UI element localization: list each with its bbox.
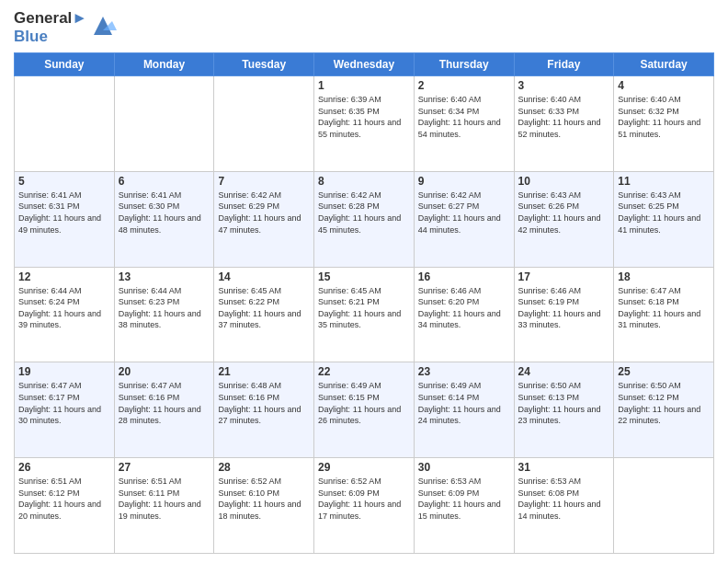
day-header-tuesday: Tuesday	[214, 53, 314, 76]
day-cell: 20Sunrise: 6:47 AMSunset: 6:16 PMDayligh…	[114, 362, 214, 458]
day-number: 9	[418, 175, 510, 188]
day-header-friday: Friday	[514, 53, 614, 76]
day-cell: 27Sunrise: 6:51 AMSunset: 6:11 PMDayligh…	[114, 458, 214, 554]
day-info: Sunrise: 6:43 AMSunset: 6:26 PMDaylight:…	[518, 190, 610, 236]
day-info: Sunrise: 6:40 AMSunset: 6:32 PMDaylight:…	[618, 94, 710, 140]
day-number: 6	[119, 175, 210, 188]
day-number: 10	[518, 175, 610, 188]
day-cell: 24Sunrise: 6:50 AMSunset: 6:13 PMDayligh…	[514, 362, 614, 458]
day-cell: 22Sunrise: 6:49 AMSunset: 6:15 PMDayligh…	[314, 362, 415, 458]
day-cell: 30Sunrise: 6:53 AMSunset: 6:09 PMDayligh…	[414, 458, 514, 554]
day-number: 5	[18, 175, 110, 188]
day-number: 26	[18, 461, 110, 474]
day-number: 7	[218, 175, 310, 188]
day-number: 14	[218, 270, 310, 283]
day-cell: 5Sunrise: 6:41 AMSunset: 6:31 PMDaylight…	[15, 171, 115, 267]
day-info: Sunrise: 6:49 AMSunset: 6:15 PMDaylight:…	[318, 380, 410, 426]
page: General► Blue SundayMondayTuesdayWednesd…	[0, 0, 728, 563]
day-number: 25	[618, 365, 710, 378]
day-info: Sunrise: 6:42 AMSunset: 6:27 PMDaylight:…	[418, 190, 510, 236]
day-cell: 6Sunrise: 6:41 AMSunset: 6:30 PMDaylight…	[114, 171, 214, 267]
day-number: 11	[618, 175, 710, 188]
week-row-3: 12Sunrise: 6:44 AMSunset: 6:24 PMDayligh…	[15, 267, 714, 362]
day-info: Sunrise: 6:40 AMSunset: 6:33 PMDaylight:…	[518, 94, 610, 140]
day-cell: 29Sunrise: 6:52 AMSunset: 6:09 PMDayligh…	[314, 458, 415, 554]
day-number: 18	[618, 270, 710, 283]
day-info: Sunrise: 6:49 AMSunset: 6:14 PMDaylight:…	[418, 380, 510, 426]
day-number: 27	[119, 461, 210, 474]
day-cell: 3Sunrise: 6:40 AMSunset: 6:33 PMDaylight…	[514, 76, 614, 172]
day-cell: 4Sunrise: 6:40 AMSunset: 6:32 PMDaylight…	[614, 76, 714, 172]
day-cell: 26Sunrise: 6:51 AMSunset: 6:12 PMDayligh…	[15, 458, 115, 554]
day-number: 1	[318, 79, 410, 92]
day-cell: 11Sunrise: 6:43 AMSunset: 6:25 PMDayligh…	[614, 171, 714, 267]
day-info: Sunrise: 6:47 AMSunset: 6:17 PMDaylight:…	[18, 380, 110, 426]
day-info: Sunrise: 6:46 AMSunset: 6:19 PMDaylight:…	[518, 285, 610, 331]
day-info: Sunrise: 6:42 AMSunset: 6:29 PMDaylight:…	[218, 190, 310, 236]
day-header-wednesday: Wednesday	[314, 53, 415, 76]
day-cell: 14Sunrise: 6:45 AMSunset: 6:22 PMDayligh…	[214, 267, 314, 362]
day-cell: 25Sunrise: 6:50 AMSunset: 6:12 PMDayligh…	[614, 362, 714, 458]
day-info: Sunrise: 6:47 AMSunset: 6:18 PMDaylight:…	[618, 285, 710, 331]
header-row: SundayMondayTuesdayWednesdayThursdayFrid…	[15, 53, 714, 76]
day-number: 13	[119, 270, 210, 283]
day-cell: 16Sunrise: 6:46 AMSunset: 6:20 PMDayligh…	[414, 267, 514, 362]
day-cell: 18Sunrise: 6:47 AMSunset: 6:18 PMDayligh…	[614, 267, 714, 362]
day-info: Sunrise: 6:48 AMSunset: 6:16 PMDaylight:…	[218, 380, 310, 426]
day-cell: 12Sunrise: 6:44 AMSunset: 6:24 PMDayligh…	[15, 267, 115, 362]
day-info: Sunrise: 6:45 AMSunset: 6:22 PMDaylight:…	[218, 285, 310, 331]
day-cell: 17Sunrise: 6:46 AMSunset: 6:19 PMDayligh…	[514, 267, 614, 362]
day-header-thursday: Thursday	[414, 53, 514, 76]
logo-blue: Blue	[14, 28, 87, 46]
week-row-2: 5Sunrise: 6:41 AMSunset: 6:31 PMDaylight…	[15, 171, 714, 267]
day-info: Sunrise: 6:40 AMSunset: 6:34 PMDaylight:…	[418, 94, 510, 140]
day-cell: 28Sunrise: 6:52 AMSunset: 6:10 PMDayligh…	[214, 458, 314, 554]
day-number: 22	[318, 365, 410, 378]
day-info: Sunrise: 6:44 AMSunset: 6:24 PMDaylight:…	[18, 285, 110, 331]
day-cell	[614, 458, 714, 554]
day-info: Sunrise: 6:53 AMSunset: 6:08 PMDaylight:…	[518, 476, 610, 522]
day-number: 15	[318, 270, 410, 283]
day-info: Sunrise: 6:44 AMSunset: 6:23 PMDaylight:…	[119, 285, 210, 331]
week-row-5: 26Sunrise: 6:51 AMSunset: 6:12 PMDayligh…	[15, 458, 714, 554]
day-header-saturday: Saturday	[614, 53, 714, 76]
day-info: Sunrise: 6:46 AMSunset: 6:20 PMDaylight:…	[418, 285, 510, 331]
day-info: Sunrise: 6:53 AMSunset: 6:09 PMDaylight:…	[418, 476, 510, 522]
day-info: Sunrise: 6:39 AMSunset: 6:35 PMDaylight:…	[318, 94, 410, 140]
day-header-monday: Monday	[114, 53, 214, 76]
day-cell: 7Sunrise: 6:42 AMSunset: 6:29 PMDaylight…	[214, 171, 314, 267]
day-cell: 13Sunrise: 6:44 AMSunset: 6:23 PMDayligh…	[114, 267, 214, 362]
day-header-sunday: Sunday	[15, 53, 115, 76]
day-info: Sunrise: 6:51 AMSunset: 6:11 PMDaylight:…	[119, 476, 210, 522]
header: General► Blue	[14, 9, 714, 45]
day-number: 4	[618, 79, 710, 92]
day-number: 21	[218, 365, 310, 378]
day-number: 20	[119, 365, 210, 378]
day-cell: 31Sunrise: 6:53 AMSunset: 6:08 PMDayligh…	[514, 458, 614, 554]
day-number: 30	[418, 461, 510, 474]
day-number: 28	[218, 461, 310, 474]
day-number: 2	[418, 79, 510, 92]
day-info: Sunrise: 6:41 AMSunset: 6:31 PMDaylight:…	[18, 190, 110, 236]
day-number: 16	[418, 270, 510, 283]
day-info: Sunrise: 6:42 AMSunset: 6:28 PMDaylight:…	[318, 190, 410, 236]
day-info: Sunrise: 6:50 AMSunset: 6:12 PMDaylight:…	[618, 380, 710, 426]
day-cell: 9Sunrise: 6:42 AMSunset: 6:27 PMDaylight…	[414, 171, 514, 267]
day-info: Sunrise: 6:47 AMSunset: 6:16 PMDaylight:…	[119, 380, 210, 426]
day-cell: 10Sunrise: 6:43 AMSunset: 6:26 PMDayligh…	[514, 171, 614, 267]
day-number: 31	[518, 461, 610, 474]
logo-text: General►	[14, 9, 87, 28]
day-number: 29	[318, 461, 410, 474]
day-cell: 23Sunrise: 6:49 AMSunset: 6:14 PMDayligh…	[414, 362, 514, 458]
day-info: Sunrise: 6:50 AMSunset: 6:13 PMDaylight:…	[518, 380, 610, 426]
day-number: 17	[518, 270, 610, 283]
day-info: Sunrise: 6:43 AMSunset: 6:25 PMDaylight:…	[618, 190, 710, 236]
week-row-1: 1Sunrise: 6:39 AMSunset: 6:35 PMDaylight…	[15, 76, 714, 172]
logo: General► Blue	[14, 9, 117, 45]
day-info: Sunrise: 6:52 AMSunset: 6:09 PMDaylight:…	[318, 476, 410, 522]
day-info: Sunrise: 6:41 AMSunset: 6:30 PMDaylight:…	[119, 190, 210, 236]
day-number: 24	[518, 365, 610, 378]
day-cell	[15, 76, 115, 172]
day-cell	[214, 76, 314, 172]
day-cell: 15Sunrise: 6:45 AMSunset: 6:21 PMDayligh…	[314, 267, 415, 362]
